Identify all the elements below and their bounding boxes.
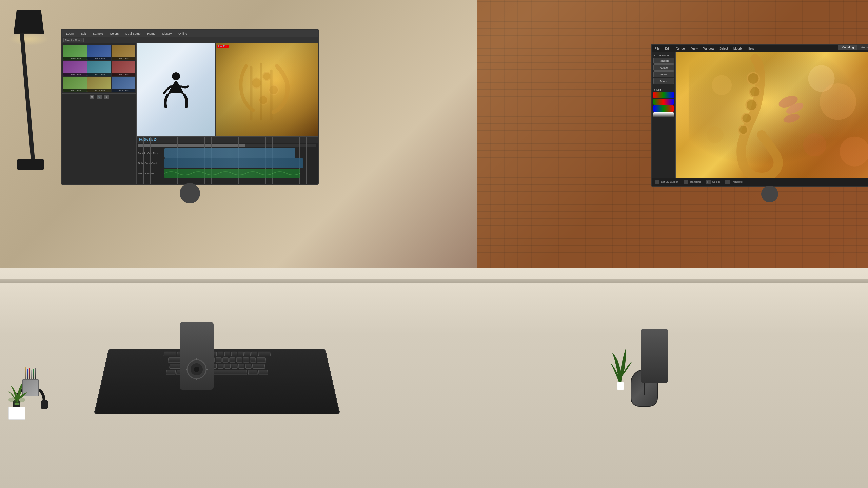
swatch-red[interactable] [653,92,674,98]
tab-animation[interactable]: Animation [857,45,868,50]
svg-point-13 [739,125,748,134]
thumbnail-8[interactable]: RI1336.mov [87,77,111,92]
svg-rect-27 [41,400,48,409]
edit-header[interactable]: ▼ Edit [653,87,674,92]
menu-home[interactable]: Home [146,31,157,36]
key-ctrl-r[interactable] [258,370,268,375]
menu-help[interactable]: Help [748,47,754,50]
svg-point-12 [742,113,752,123]
btn-scale[interactable]: Scale [653,71,674,77]
desk-lamp [7,0,68,170]
td-viewport[interactable] [676,52,868,178]
menu-window[interactable]: Window [703,47,714,50]
key-quote[interactable] [250,357,256,362]
ve-tracks: BackUp VideoFeed Online VideoFeed [137,148,318,183]
thumb-label-9: RI1387.mov [112,89,135,92]
track-1-clip[interactable] [164,148,295,158]
key-shift-r[interactable] [252,364,265,369]
transform-header[interactable]: ▼ Transform [653,53,674,58]
ve-main-area: RI1151.mov RI1136.mov RI1133.mov RI1152.… [62,43,318,184]
key-bracket-l[interactable] [244,352,251,356]
mouse-divider [644,382,645,395]
svg-point-11 [746,99,757,111]
key-enter[interactable] [257,357,266,362]
menu-select[interactable]: Select [719,47,728,50]
menu-edit-3d[interactable]: Edit [665,47,671,50]
svg-point-0 [172,72,180,80]
tab-modeling[interactable]: Modeling [838,45,857,50]
select-label[interactable]: Select [712,180,720,183]
svg-point-18 [820,83,856,120]
key-period[interactable] [238,364,244,369]
thumbnail-2[interactable]: RI1136.mov [87,45,111,60]
key-l[interactable] [236,357,242,362]
ve-menubar: Learn Edit Sample Colors Dual Setup Home… [62,30,318,37]
track-1-content[interactable] [164,148,318,158]
key-comma[interactable] [231,364,237,369]
thumbnail-7[interactable]: RI1132.mov [63,77,87,92]
key-tab[interactable] [163,352,176,356]
menu-learn[interactable]: Learn [65,31,75,36]
ctrl-add[interactable]: ⊕ [104,95,109,99]
menu-colors[interactable]: Colors [108,31,120,36]
track-3-clip[interactable] [164,169,300,178]
menu-render[interactable]: Render [676,47,686,50]
keyboard [94,349,340,414]
playhead [184,148,184,158]
menu-library[interactable]: Library [161,31,173,36]
td-main-area: ▼ Transform Translate Rotate Scale Mirro… [652,52,868,178]
menu-file[interactable]: File [655,47,660,50]
key-u[interactable] [217,352,223,356]
key-slash[interactable] [245,364,251,369]
menu-online[interactable]: Online [177,31,189,36]
key-h[interactable] [216,357,221,362]
key-caps[interactable] [168,357,181,362]
ve-preview-source: 00:00:01:15 ⬛ ⬜ ↺ [137,43,216,136]
pen-5 [33,369,34,380]
status-translate2: ↔ Translate [725,180,743,184]
key-i[interactable] [224,352,230,356]
key-m[interactable] [224,364,231,369]
btn-translate[interactable]: Translate [653,58,674,64]
td-statusbar: ⊹ Set 3D Cursor ↕ Translate ▢ Select ↔ T… [652,178,868,186]
key-ctrl-l[interactable] [166,370,176,375]
left-monitor-stand [180,183,200,203]
swatch-gray[interactable] [653,112,674,118]
swatch-blue[interactable] [653,105,674,112]
menu-sample[interactable]: Sample [92,31,105,36]
left-monitor-screen: Learn Edit Sample Colors Dual Setup Home… [61,29,319,185]
menu-modify[interactable]: Modify [733,47,743,50]
track-3-content[interactable] [164,169,318,178]
key-semi[interactable] [243,357,249,362]
thumbnail-4[interactable]: RI1152.mov [63,61,87,76]
key-j[interactable] [222,357,229,362]
svg-point-9 [747,73,759,84]
thumbnail-6[interactable]: RI1133.mov [112,61,135,76]
key-backslash[interactable] [258,352,270,356]
btn-rotate[interactable]: Rotate [653,64,674,71]
lamp-base [17,159,44,170]
key-o[interactable] [231,352,237,356]
menu-dualsetup[interactable]: Dual Setup [124,31,142,36]
key-alt-r[interactable] [248,370,258,375]
thumbnail-9[interactable]: RI1387.mov [112,77,135,92]
key-bracket-r[interactable] [251,352,257,356]
thumbnail-5[interactable]: RI1222.mov [87,61,111,76]
ctrl-link[interactable]: 🔗 [97,95,102,99]
thumbnail-3[interactable]: RI1133.mov [112,45,135,60]
key-p[interactable] [238,352,244,356]
keyboard-row-3 [107,364,327,369]
svg-point-2 [262,72,271,80]
track-2-content[interactable] [164,158,318,168]
key-n[interactable] [217,364,223,369]
track-2-clip[interactable] [164,158,303,168]
svg-point-10 [750,86,760,97]
svg-point-19 [803,133,827,157]
menu-view[interactable]: View [691,47,698,50]
swatch-green[interactable] [653,99,674,105]
menu-edit[interactable]: Edit [79,31,87,36]
btn-mirror[interactable]: Mirror [653,78,674,84]
ctrl-settings[interactable]: ⚙ [90,95,94,99]
thumbnail-1[interactable]: RI1151.mov [63,45,87,60]
key-k[interactable] [229,357,235,362]
